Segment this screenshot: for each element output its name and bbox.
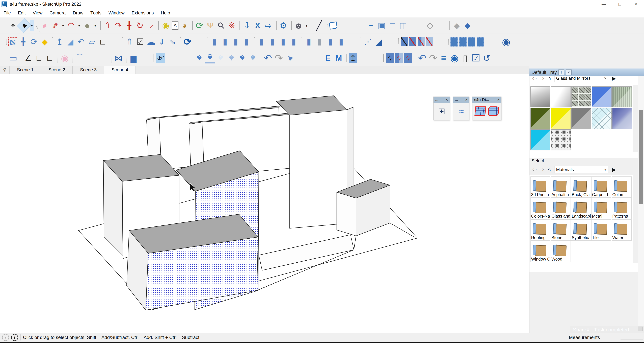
s4u-axis-icon[interactable]: ▮	[242, 37, 251, 47]
move-icon[interactable]: ╋	[124, 20, 134, 31]
overlap-solid-icon[interactable]: ◫	[398, 20, 408, 31]
material-folder[interactable]: Wood	[551, 241, 571, 262]
account-caret-icon[interactable]: ▾	[304, 20, 308, 31]
box-export-icon[interactable]: ⇘	[168, 37, 177, 47]
s4u-diamond-icon[interactable]: ▮	[268, 37, 277, 47]
layers-icon[interactable]: ≡	[439, 53, 448, 64]
select-back-icon[interactable]: ⇦	[531, 166, 538, 173]
s4u-gray-prism-icon[interactable]: ▮	[315, 37, 324, 47]
material-folder[interactable]: Stone	[551, 219, 571, 241]
s4u-line-icon[interactable]: ▮	[231, 37, 240, 47]
material-folder[interactable]: Metal	[591, 198, 611, 219]
toast-close-icon[interactable]	[638, 326, 643, 331]
rect-outline-icon[interactable]: ▯	[460, 53, 470, 64]
scene-search-icon[interactable]: ⚲	[0, 66, 10, 74]
window-frame-icon[interactable]: ⊞	[438, 106, 445, 116]
material-folder[interactable]: Landscapi	[571, 198, 591, 219]
sort-size-icon[interactable]: ▆	[129, 53, 138, 64]
rotate-axis-1-icon[interactable]: ∠	[24, 53, 33, 64]
move-objects-icon[interactable]: ╋	[18, 37, 28, 47]
undo-icon[interactable]: ↶	[263, 53, 273, 64]
s4u-wedge-icon[interactable]: ▮	[289, 37, 298, 47]
scene-tab[interactable]: Scene 1	[10, 66, 41, 74]
select-arrow-icon[interactable]: ►	[282, 51, 297, 65]
material-replace-gray-icon[interactable]: ◆	[452, 20, 462, 31]
text-tool-icon[interactable]: A	[172, 22, 178, 30]
cloud-upload-icon[interactable]: ☁	[146, 37, 156, 47]
zoom-icon[interactable]: ⚲	[214, 19, 228, 33]
stairs-icon[interactable]: ⋰	[363, 37, 373, 47]
material-folder[interactable]: Brick, Cla	[571, 176, 591, 198]
paint-bucket-icon[interactable]: ◕	[180, 20, 189, 31]
material-folder[interactable]: Tile	[591, 219, 611, 241]
followme-icon[interactable]: ↷	[114, 20, 123, 31]
material-glass-gray[interactable]	[572, 108, 591, 129]
overlap-red-icon[interactable]: ▣	[377, 20, 386, 31]
prism-icon[interactable]: ◇	[425, 20, 435, 31]
s4u-rect-axis-icon[interactable]: ▮	[278, 37, 288, 47]
line-tool-icon[interactable]: ✎	[49, 20, 61, 31]
extension-manager-icon[interactable]: ⚙	[279, 20, 288, 31]
axis-reset-icon[interactable]: ∟	[98, 37, 107, 47]
undo-alt-icon[interactable]: ↶	[418, 53, 427, 64]
geolocation-icon[interactable]: ▼	[2, 334, 9, 341]
zigzag-red-icon[interactable]: ϟ	[395, 53, 403, 63]
select-details-icon[interactable]: ▶	[610, 166, 618, 173]
arc-tool-icon[interactable]: ◠	[66, 20, 76, 31]
pan-icon[interactable]: Ψ	[206, 20, 215, 31]
drop-half-icon[interactable]: ♠	[227, 53, 236, 64]
cut-red-dash-icon[interactable]	[426, 37, 433, 46]
checkbox-icon[interactable]: ☑	[471, 53, 481, 64]
cut-red-icon[interactable]	[409, 37, 416, 46]
frame-fill-3-icon[interactable]	[468, 37, 475, 47]
divide-curved-grid-icon[interactable]	[488, 106, 499, 116]
shape-caret-icon[interactable]: ▾	[93, 20, 97, 31]
section-rect-icon[interactable]: ▭	[8, 53, 18, 64]
menu-item[interactable]: View	[29, 9, 46, 18]
zigzag-black-icon[interactable]: ϟ	[386, 53, 394, 63]
material-glass-yellow[interactable]	[551, 108, 571, 129]
cut-red-half-icon[interactable]	[418, 37, 425, 46]
undo-scale-icon[interactable]: ↶	[76, 37, 86, 47]
material-folder[interactable]: Carpet, Fa	[591, 176, 611, 198]
scene-tab[interactable]: Scene 4	[104, 66, 136, 74]
polygon-tool-icon[interactable]	[329, 22, 338, 30]
tray-header[interactable]: Default Tray ↧ ×	[530, 69, 644, 76]
in-model-icon[interactable]: ⌂	[546, 76, 553, 82]
menu-item[interactable]: Draw	[69, 9, 87, 18]
import-file-icon[interactable]: ⇑	[125, 37, 134, 47]
material-folder[interactable]: Patterns	[612, 198, 632, 219]
edge-icon[interactable]: E	[323, 53, 333, 64]
drop-solid-icon[interactable]: ♠	[194, 53, 204, 64]
shape-tool-icon[interactable]: ●	[82, 20, 92, 31]
material-mirror-gray[interactable]	[530, 87, 550, 107]
rotate-axis-2-icon[interactable]: ∟	[34, 53, 44, 64]
floating-palette-s4u-divide[interactable]: s4u-Di...×	[472, 97, 502, 120]
tray-pin-icon[interactable]: ↧	[558, 70, 564, 75]
drop-base-icon[interactable]: ♠	[205, 53, 215, 64]
measurements-input[interactable]	[620, 339, 643, 339]
arc-caret-icon[interactable]: ▾	[77, 20, 81, 31]
menu-item[interactable]: Tools	[87, 9, 105, 18]
zigzag-red2-icon[interactable]: ϟ	[404, 53, 412, 63]
material-folder[interactable]: Asphalt a	[551, 176, 571, 198]
tape-measure-icon[interactable]: ◉	[161, 20, 170, 31]
model-viewport[interactable]: ...× ⊞ ...× ≈ s4u-Di...×	[0, 74, 529, 333]
maximize-button[interactable]: □	[612, 0, 628, 9]
pencil-line-icon[interactable]: ╱	[314, 20, 324, 31]
materials-collection-dropdown[interactable]: Glass and Mirrors ∨	[554, 76, 608, 82]
tray-close-icon[interactable]: ×	[566, 70, 572, 75]
dxf-icon[interactable]: dxf	[156, 53, 165, 63]
materials-details-icon[interactable]: ▶	[610, 76, 618, 82]
menu-item[interactable]: Camera	[46, 9, 69, 18]
close-button[interactable]: ×	[628, 0, 644, 9]
scene-tab[interactable]: Scene 3	[72, 66, 104, 74]
account-icon[interactable]: ☻	[294, 20, 303, 31]
floating-palette-1[interactable]: ...× ⊞	[433, 97, 450, 120]
line-caret-icon[interactable]: ▾	[61, 20, 65, 31]
redo-icon[interactable]: ↷	[274, 53, 284, 64]
frame-fill-2-icon[interactable]	[459, 37, 466, 47]
rotate-copies-icon[interactable]: ⟳	[29, 37, 38, 47]
frame-fill-1-icon[interactable]	[450, 37, 458, 47]
menu-item[interactable]: Help	[157, 9, 174, 18]
